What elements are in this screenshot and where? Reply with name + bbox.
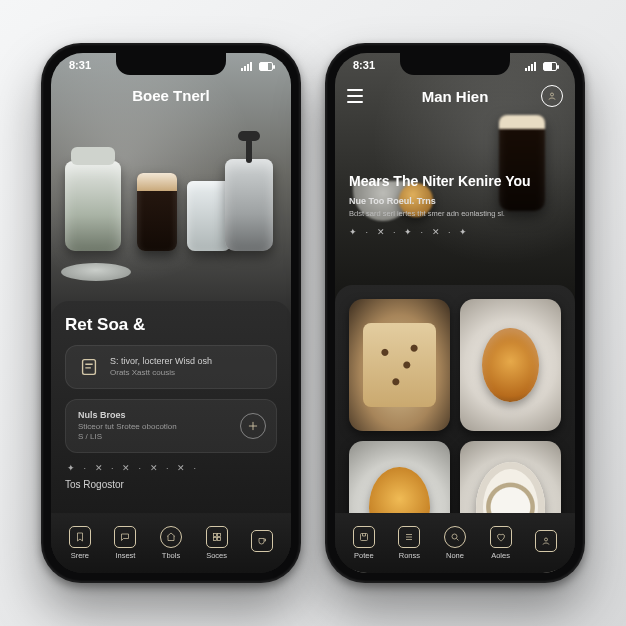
tab-item[interactable]: [239, 530, 285, 555]
screen-left: 8:31 Boee Tnerl Ret Soa & S: tiv: [51, 53, 291, 573]
status-time: 8:31: [353, 59, 375, 71]
tab-item[interactable]: Soces: [194, 526, 240, 560]
tab-item[interactable]: Srere: [57, 526, 103, 560]
hero-copy: Mears The Niter Kenire You Nue Too Roeul…: [349, 173, 561, 237]
list-item[interactable]: Nuls Broes Sticeor tut Srotee obocotlon …: [65, 399, 277, 453]
phone-right: 8:31 Man Hien Mears The Niter Kenire You…: [325, 43, 585, 583]
screen-right: 8:31 Man Hien Mears The Niter Kenire You…: [335, 53, 575, 573]
search-icon: [444, 526, 466, 548]
tab-label: Aoles: [491, 551, 510, 560]
note-icon: [78, 356, 100, 378]
menu-button[interactable]: [347, 85, 369, 107]
signal-icon: [525, 62, 539, 71]
hero-heading: Mears The Niter Kenire You: [349, 173, 561, 190]
item-meta: S / LIS: [78, 432, 264, 442]
food-tile-cookie[interactable]: [349, 299, 450, 431]
item-subtitle: Orats Xastt cousis: [110, 368, 264, 378]
page-title: Man Hien: [422, 88, 489, 105]
footer-label: Tos Rogostor: [65, 479, 277, 490]
grid-icon: [206, 526, 228, 548]
tab-label: Insest: [115, 551, 135, 560]
notch: [116, 53, 226, 75]
notch: [400, 53, 510, 75]
jar-illustration: [65, 161, 121, 251]
bookmark-icon: [69, 526, 91, 548]
list-icon: [398, 526, 420, 548]
cup-icon: [251, 530, 273, 552]
tab-label: Soces: [206, 551, 227, 560]
phone-left: 8:31 Boee Tnerl Ret Soa & S: tiv: [41, 43, 301, 583]
status-icons: [525, 62, 557, 71]
top-bar: Man Hien: [347, 85, 563, 107]
section-heading: Ret Soa &: [65, 315, 277, 335]
hero-image: Man Hien Mears The Niter Kenire You Nue …: [335, 53, 575, 301]
hero-subheading: Nue Too Roeul. Trns: [349, 196, 561, 206]
item-title: Nuls Broes: [78, 410, 264, 421]
signal-icon: [241, 62, 255, 71]
tab-label: Tbols: [162, 551, 180, 560]
item-subtitle: Sticeor tut Srotee obocotlon: [78, 422, 264, 432]
tab-item[interactable]: Aoles: [478, 526, 524, 560]
tab-bar: Srere Insest Tbols Soces: [51, 513, 291, 573]
french-press-illustration: [225, 159, 273, 251]
svg-rect-0: [83, 360, 96, 375]
svg-point-7: [452, 534, 457, 539]
tab-item[interactable]: Potee: [341, 526, 387, 560]
svg-rect-2: [217, 533, 220, 536]
tab-item[interactable]: None: [432, 526, 478, 560]
list-item[interactable]: S: tivor, locterer Wisd osh Orats Xastt …: [65, 345, 277, 389]
profile-button[interactable]: [541, 85, 563, 107]
hero-body: Bdst sard serl iertes tht smer adn eonla…: [349, 209, 561, 219]
tab-label: None: [446, 551, 464, 560]
tab-item[interactable]: [523, 530, 569, 555]
tab-item[interactable]: Ronss: [387, 526, 433, 560]
item-title: S: tivor, locterer Wisd osh: [110, 356, 264, 367]
tab-label: Potee: [354, 551, 374, 560]
svg-point-8: [545, 538, 548, 541]
svg-rect-1: [213, 533, 216, 536]
battery-icon: [543, 62, 557, 71]
tab-item[interactable]: Insest: [103, 526, 149, 560]
status-icons: [241, 62, 273, 71]
hero-image: Boee Tnerl: [51, 53, 291, 321]
plate-illustration: [61, 263, 131, 281]
chat-icon: [114, 526, 136, 548]
svg-rect-4: [217, 537, 220, 540]
rating-symbols: ✦ · ✕ · ✕ · ✕ · ✕ ·: [67, 463, 275, 473]
tab-item[interactable]: Tbols: [148, 526, 194, 560]
add-button[interactable]: [240, 413, 266, 439]
tab-label: Ronss: [399, 551, 420, 560]
tab-bar: Potee Ronss None Aoles: [335, 513, 575, 573]
svg-rect-3: [213, 537, 216, 540]
heart-icon: [490, 526, 512, 548]
dark-glass-illustration: [137, 173, 177, 251]
svg-point-5: [551, 93, 554, 96]
save-icon: [353, 526, 375, 548]
tab-label: Srere: [71, 551, 89, 560]
status-time: 8:31: [69, 59, 91, 71]
hero-symbols: ✦ · ✕ · ✦ · ✕ · ✦: [349, 227, 561, 237]
food-tile-soup[interactable]: [460, 299, 561, 431]
home-icon: [160, 526, 182, 548]
page-title: Boee Tnerl: [51, 87, 291, 104]
battery-icon: [259, 62, 273, 71]
svg-rect-6: [360, 533, 367, 540]
user-icon: [535, 530, 557, 552]
